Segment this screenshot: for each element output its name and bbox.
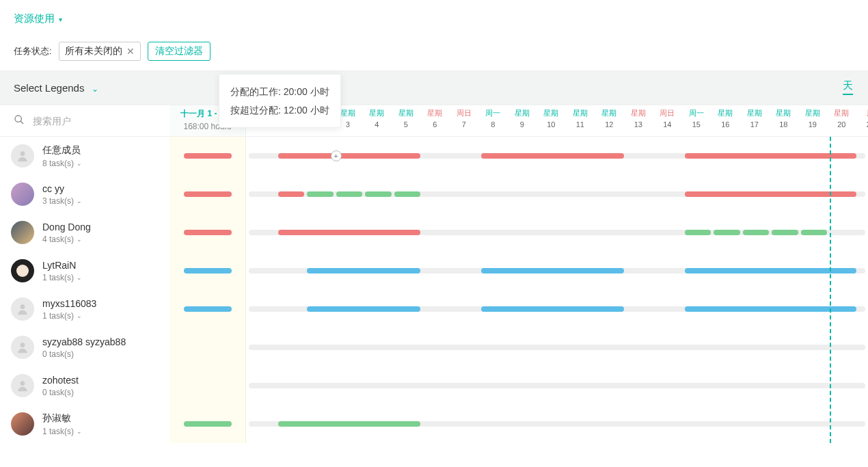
day-column-header[interactable]: 星期4 xyxy=(362,105,392,136)
avatar xyxy=(11,412,34,436)
chevron-down-icon: ⌄ xyxy=(77,236,82,243)
summary-cell xyxy=(169,328,246,366)
chevron-down-icon: ⌄ xyxy=(77,312,82,319)
user-task-count[interactable]: 4 task(s)⌄ xyxy=(42,235,91,244)
user-row[interactable]: cc yy3 task(s)⌄ xyxy=(0,175,169,213)
clear-filter-button[interactable]: 清空过滤器 xyxy=(148,42,211,61)
user-row[interactable]: LytRaiN1 task(s)⌄ xyxy=(0,252,169,290)
allocation-segment[interactable] xyxy=(365,191,392,197)
user-row[interactable]: Dong Dong4 task(s)⌄ xyxy=(0,213,169,252)
allocation-segment[interactable] xyxy=(743,230,770,235)
user-task-count[interactable]: 1 task(s)⌄ xyxy=(42,273,82,282)
day-number: 15 xyxy=(682,120,711,129)
day-column-header[interactable]: 星期13 xyxy=(624,105,653,136)
user-task-count[interactable]: 8 task(s)⌄ xyxy=(42,159,82,168)
day-column-header[interactable]: 星期19 xyxy=(798,105,828,136)
timeline-row xyxy=(169,252,868,290)
allocation-segment[interactable] xyxy=(278,230,421,235)
allocation-segment[interactable] xyxy=(801,230,828,235)
close-icon[interactable]: ✕ xyxy=(126,46,135,57)
allocation-segment[interactable] xyxy=(481,306,624,312)
resource-usage-link[interactable]: 资源使用 ▾ xyxy=(14,12,62,24)
user-name: myxs116083 xyxy=(42,298,96,309)
allocation-segment[interactable] xyxy=(394,191,421,197)
day-column-header[interactable]: 星期10 xyxy=(537,105,566,136)
select-legends-dropdown[interactable]: Select Legends ⌄ xyxy=(0,71,169,105)
day-column-header[interactable]: 周一8 xyxy=(478,105,508,136)
day-column-header[interactable]: 星期16 xyxy=(711,105,740,136)
avatar xyxy=(11,259,34,282)
day-number: 13 xyxy=(624,120,653,129)
day-column-header[interactable]: 星期6 xyxy=(420,105,450,136)
status-filter-chip[interactable]: 所有未关闭的 ✕ xyxy=(59,42,141,61)
allocation-segment[interactable] xyxy=(685,230,711,235)
timeline-lane[interactable] xyxy=(249,268,865,273)
avatar xyxy=(11,183,34,206)
day-column-header[interactable]: 星期12 xyxy=(595,105,624,136)
user-row[interactable]: syzyab88 syzyab880 task(s) xyxy=(0,328,169,366)
allocation-segment[interactable] xyxy=(307,268,420,273)
resource-usage-text: 资源使用 xyxy=(14,12,55,24)
day-column-header[interactable]: 周一15 xyxy=(682,105,711,136)
allocation-segment[interactable] xyxy=(481,153,624,159)
user-row[interactable]: myxs1160831 task(s)⌄ xyxy=(0,290,169,328)
timeline-lane[interactable] xyxy=(249,230,865,235)
user-task-count[interactable]: 1 task(s)⌄ xyxy=(42,427,82,436)
timeline-lane[interactable] xyxy=(249,345,865,350)
day-column-header[interactable]: 星期20 xyxy=(827,105,856,136)
summary-cell xyxy=(169,290,246,328)
weekday-label: 星期 xyxy=(827,108,856,118)
user-row[interactable]: 孙淑敏1 task(s)⌄ xyxy=(0,405,169,443)
user-row[interactable]: 任意成员8 task(s)⌄ xyxy=(0,137,169,175)
summary-cell xyxy=(169,137,246,175)
allocation-segment[interactable] xyxy=(481,268,624,273)
user-task-count: 0 task(s) xyxy=(42,349,126,359)
day-column-header[interactable]: 周21 xyxy=(856,105,869,136)
summary-bar xyxy=(184,230,232,235)
timeline-lane[interactable] xyxy=(249,191,865,197)
svg-point-0 xyxy=(15,116,21,122)
add-allocation-button[interactable]: + xyxy=(331,150,342,161)
summary-cell xyxy=(169,366,246,405)
day-column-header[interactable]: 星期11 xyxy=(566,105,595,136)
user-task-count[interactable]: 3 task(s)⌄ xyxy=(42,196,82,206)
avatar xyxy=(11,221,34,244)
day-number: 21 xyxy=(856,120,869,129)
day-number: 17 xyxy=(740,120,770,129)
timeline-row xyxy=(169,137,868,175)
day-column-header[interactable]: 星期5 xyxy=(392,105,421,136)
day-column-header[interactable]: 周日14 xyxy=(653,105,682,136)
timeline-lane[interactable] xyxy=(249,306,865,312)
user-name: syzyab88 syzyab88 xyxy=(42,336,126,347)
day-column-header[interactable]: 周日7 xyxy=(450,105,479,136)
day-column-header[interactable]: 星期18 xyxy=(769,105,798,136)
allocation-segment[interactable] xyxy=(278,191,305,197)
allocation-segment[interactable] xyxy=(772,230,798,235)
allocation-segment[interactable] xyxy=(307,306,420,312)
timeline-lane[interactable] xyxy=(249,421,865,427)
weekday-label: 星期 xyxy=(769,108,798,118)
user-task-count[interactable]: 1 task(s)⌄ xyxy=(42,311,96,321)
timeline-lane[interactable] xyxy=(249,383,865,388)
weekday-label: 星期 xyxy=(537,108,566,118)
summary-cell xyxy=(169,252,246,290)
search-user-input[interactable] xyxy=(33,116,135,126)
weekday-label: 周日 xyxy=(653,108,682,118)
user-row[interactable]: zohotest0 task(s) xyxy=(0,366,169,405)
view-tab-day[interactable]: 天 xyxy=(843,79,853,95)
day-column-header[interactable]: 星期17 xyxy=(740,105,770,136)
svg-point-5 xyxy=(21,381,25,386)
allocation-segment[interactable] xyxy=(278,421,421,427)
summary-bar xyxy=(184,421,232,427)
user-name: 任意成员 xyxy=(42,144,82,157)
status-filter-text: 所有未关闭的 xyxy=(65,45,122,57)
weekday-label: 周日 xyxy=(450,108,479,118)
allocation-segment[interactable] xyxy=(307,191,334,197)
allocation-segment[interactable] xyxy=(336,191,363,197)
user-name: zohotest xyxy=(42,375,79,386)
allocation-segment[interactable] xyxy=(714,230,740,235)
day-number: 10 xyxy=(537,120,566,129)
weekday-label: 星期 xyxy=(362,108,392,118)
day-column-header[interactable]: 星期9 xyxy=(508,105,537,136)
allocation-segment[interactable] xyxy=(278,153,421,159)
